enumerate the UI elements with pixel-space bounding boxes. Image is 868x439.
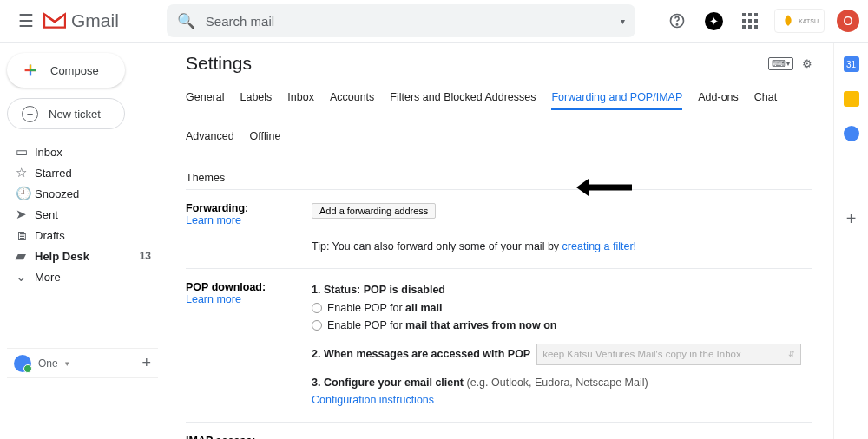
pop-status-pre: 1. Status: xyxy=(312,284,364,296)
org-bird-icon xyxy=(780,13,796,29)
sidebar-item-starred[interactable]: ☆Starred xyxy=(7,162,158,183)
tab-advanced[interactable]: Advanced xyxy=(186,125,234,147)
tab-chat[interactable]: Chat xyxy=(754,86,777,109)
plus-circle-icon: + xyxy=(22,106,38,122)
inbox-icon: ▭ xyxy=(16,144,35,160)
hangouts-user[interactable]: One ▾ xyxy=(14,355,69,372)
sidebar-item-label: Drafts xyxy=(35,229,65,242)
sidebar-item-more[interactable]: ⌄More xyxy=(7,266,158,287)
pop-all-pre: Enable POP for xyxy=(327,302,405,314)
svg-point-1 xyxy=(677,24,678,25)
tasks-addon-icon[interactable] xyxy=(844,126,859,141)
support-icon[interactable] xyxy=(665,9,689,33)
pop-when-label: 2. When messages are accessed with POP xyxy=(312,348,530,360)
file-icon: 🗎 xyxy=(16,228,35,243)
sidebar-item-label: Inbox xyxy=(35,146,62,159)
gmail-logo[interactable]: Gmail xyxy=(43,10,119,31)
send-icon: ➤ xyxy=(16,206,35,222)
sidebar-item-label: Sent xyxy=(35,208,58,221)
tab-filters[interactable]: Filters and Blocked Addresses xyxy=(390,86,536,109)
pop-new-pre: Enable POP for xyxy=(327,319,405,331)
pop-action-select[interactable]: keep Katsu Ventures Mail's copy in the I… xyxy=(536,344,801,365)
gmail-logo-text: Gmail xyxy=(71,10,119,31)
settings-tabs: General Labels Inbox Accounts Filters an… xyxy=(186,86,812,190)
sidebar-item-label: Snoozed xyxy=(35,187,79,200)
pop-conf-gray: (e.g. Outlook, Eudora, Netscape Mail) xyxy=(467,377,648,389)
tab-inbox[interactable]: Inbox xyxy=(287,86,314,109)
tab-forwarding[interactable]: Forwarding and POP/IMAP xyxy=(551,86,682,110)
search-icon: 🔍 xyxy=(177,12,195,30)
star-icon: ☆ xyxy=(16,165,35,180)
pop-all-bold: all mail xyxy=(405,302,442,314)
org-label: KATSU xyxy=(799,18,819,24)
pop-all-radio[interactable] xyxy=(312,303,322,313)
sidebar-item-label: Help Desk xyxy=(35,250,89,263)
search-options-caret[interactable]: ▾ xyxy=(621,16,625,26)
tab-themes[interactable]: Themes xyxy=(186,163,812,189)
dark-circle-icon[interactable]: ✦ xyxy=(701,9,726,33)
chevron-down-icon: ⌄ xyxy=(16,269,35,285)
pop-conf-pre: 3. Configure your email client xyxy=(312,377,467,389)
tab-addons[interactable]: Add-ons xyxy=(698,86,739,109)
sidebar-item-helpdesk[interactable]: ▰Help Desk13 xyxy=(7,246,158,266)
settings-gear-icon[interactable]: ⚙ xyxy=(802,57,812,70)
new-ticket-button[interactable]: + New ticket xyxy=(7,98,125,129)
hangouts-new-button[interactable]: + xyxy=(141,354,151,372)
sidebar-item-label: Starred xyxy=(35,167,72,180)
forwarding-section: Forwarding: Learn more Add a forwarding … xyxy=(186,190,812,269)
compose-label: Compose xyxy=(50,64,99,77)
user-caret-icon: ▾ xyxy=(65,359,69,368)
forwarding-learn-more[interactable]: Learn more xyxy=(186,214,241,226)
tab-general[interactable]: General xyxy=(186,86,224,109)
user-name: One xyxy=(38,357,58,370)
sidebar-item-snoozed[interactable]: 🕘Snoozed xyxy=(7,183,158,204)
sidebar-item-inbox[interactable]: ▭Inbox xyxy=(7,141,158,162)
forwarding-tip: Tip: You can also forward only some of y… xyxy=(312,240,562,252)
compose-button[interactable]: Compose xyxy=(7,53,125,88)
sidebar-item-drafts[interactable]: 🗎Drafts xyxy=(7,225,158,246)
account-avatar[interactable]: O xyxy=(837,10,859,32)
pop-label: POP download: xyxy=(186,281,266,293)
user-avatar-icon xyxy=(14,355,31,372)
main-menu-button[interactable]: ☰ xyxy=(9,3,43,38)
pop-learn-more[interactable]: Learn more xyxy=(186,293,241,305)
tab-offline[interactable]: Offline xyxy=(250,125,281,147)
page-title: Settings xyxy=(186,53,252,74)
add-forwarding-address-button[interactable]: Add a forwarding address xyxy=(312,203,436,219)
input-tools-icon[interactable]: ⌨ xyxy=(768,57,793,70)
pop-conf-link[interactable]: Configuration instructions xyxy=(312,394,434,406)
calendar-addon-icon[interactable]: 31 xyxy=(844,56,859,72)
create-filter-link[interactable]: creating a filter! xyxy=(562,240,636,252)
get-addons-button[interactable]: + xyxy=(846,209,857,229)
tab-labels[interactable]: Labels xyxy=(240,86,272,109)
forwarding-label: Forwarding: xyxy=(186,202,248,214)
org-logo[interactable]: KATSU xyxy=(774,9,825,33)
gmail-icon xyxy=(43,12,66,29)
keep-addon-icon[interactable] xyxy=(844,91,859,107)
imap-label: IMAP access: xyxy=(186,435,255,439)
imap-section: IMAP access: (access Katsu Ventures Mail… xyxy=(186,423,812,439)
search-bar[interactable]: 🔍 ▾ xyxy=(167,4,635,37)
clock-icon: 🕘 xyxy=(16,186,35,201)
helpdesk-count: 13 xyxy=(140,250,151,262)
compose-plus-icon xyxy=(21,61,40,80)
pop-status: POP is disabled xyxy=(364,284,445,296)
new-ticket-label: New ticket xyxy=(49,108,101,121)
apps-grid-icon[interactable] xyxy=(738,9,762,33)
sidebar-item-sent[interactable]: ➤Sent xyxy=(7,204,158,225)
tab-accounts[interactable]: Accounts xyxy=(330,86,374,109)
pop-new-bold: mail that arrives from now on xyxy=(405,319,556,331)
label-icon: ▰ xyxy=(16,248,35,264)
pop-new-radio[interactable] xyxy=(312,320,322,331)
search-input[interactable] xyxy=(206,14,621,29)
sidebar-item-label: More xyxy=(35,271,61,284)
pop-section: POP download: Learn more 1. Status: POP … xyxy=(186,269,812,423)
